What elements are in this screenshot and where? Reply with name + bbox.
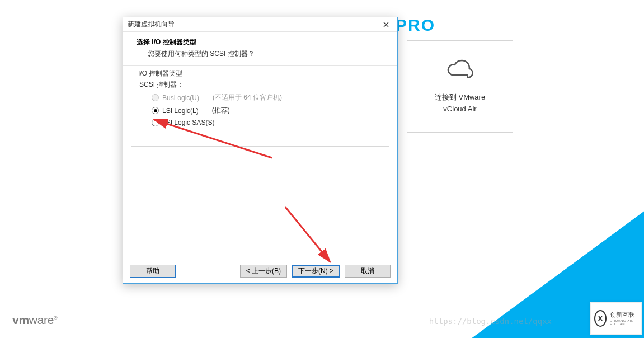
- header-title: 选择 I/O 控制器类型: [137, 37, 389, 47]
- back-button[interactable]: < 上一步(B): [240, 265, 287, 278]
- io-controller-fieldset: I/O 控制器类型 SCSI 控制器： BusLogic(U) (不适用于 64…: [131, 73, 389, 147]
- brand-badge: X 创新互联 CHUANG XIN HU LIAN: [590, 302, 642, 335]
- scsi-controller-label: SCSI 控制器：: [139, 80, 381, 90]
- watermark: https://blog.csdn.net/qqxx: [429, 317, 552, 326]
- fieldset-legend: I/O 控制器类型: [136, 69, 185, 78]
- next-button[interactable]: 下一步(N) >: [292, 265, 340, 278]
- dialog-header: 选择 I/O 控制器类型 您要使用何种类型的 SCSI 控制器？: [123, 32, 397, 66]
- close-button[interactable]: [378, 19, 394, 30]
- radio-icon: [152, 94, 159, 101]
- dialog-titlebar: 新建虚拟机向导: [123, 17, 397, 32]
- radio-icon: [152, 107, 159, 114]
- dialog-title: 新建虚拟机向导: [128, 20, 175, 29]
- vcloud-label: 连接到 VMware vCloud Air: [435, 92, 485, 115]
- cancel-button[interactable]: 取消: [345, 265, 391, 278]
- radio-label: LSI Logic(L): [162, 107, 199, 115]
- cloud-icon: [445, 58, 475, 83]
- close-icon: [383, 22, 389, 27]
- radio-lsi-logic[interactable]: LSI Logic(L) (推荐): [152, 106, 381, 115]
- radio-lsi-logic-sas[interactable]: LSI Logic SAS(S): [152, 119, 381, 126]
- header-subtitle: 您要使用何种类型的 SCSI 控制器？: [137, 49, 389, 59]
- vcloud-card[interactable]: 连接到 VMware vCloud Air: [407, 40, 513, 133]
- dialog-content: I/O 控制器类型 SCSI 控制器： BusLogic(U) (不适用于 64…: [123, 66, 397, 259]
- help-button[interactable]: 帮助: [130, 265, 176, 278]
- vmware-logo: vmware®: [12, 313, 57, 327]
- radio-note: (推荐): [212, 106, 230, 115]
- dialog-button-bar: 帮助 < 上一步(B) 下一步(N) > 取消: [123, 259, 397, 283]
- radio-label: BusLogic(U): [162, 94, 199, 102]
- radio-note: (不适用于 64 位客户机): [213, 93, 282, 102]
- new-vm-wizard-dialog: 新建虚拟机向导 选择 I/O 控制器类型 您要使用何种类型的 SCSI 控制器？…: [123, 17, 398, 284]
- radio-icon: [152, 119, 159, 126]
- radio-label: LSI Logic SAS(S): [162, 119, 214, 126]
- radio-buslogic: BusLogic(U) (不适用于 64 位客户机): [152, 93, 381, 102]
